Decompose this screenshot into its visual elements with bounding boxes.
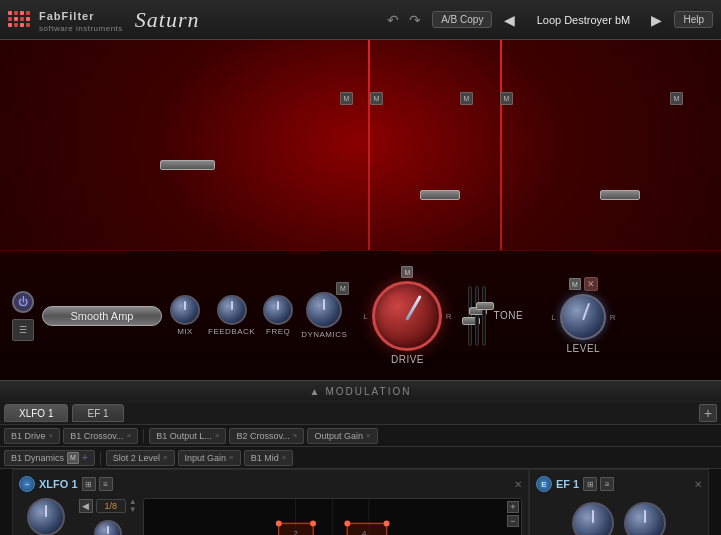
prev-preset-button[interactable]: ◀ bbox=[500, 12, 519, 28]
undo-redo-group: ↶ ↷ bbox=[384, 12, 424, 28]
freq-knob-container: FREQ bbox=[263, 295, 293, 336]
slot-b1-mid[interactable]: B1 Mid × bbox=[244, 450, 294, 466]
help-button[interactable]: Help bbox=[674, 11, 713, 28]
sync-down-button[interactable]: ◀ bbox=[79, 499, 93, 513]
ef-panel-title: EF 1 bbox=[556, 478, 579, 490]
tone-label: TONE bbox=[494, 310, 524, 321]
ef-panel-icon: E bbox=[536, 476, 552, 492]
freq-knob[interactable] bbox=[263, 295, 293, 325]
strip-left: ⏻ ☰ bbox=[12, 291, 34, 341]
drive-area: M L R DRIVE bbox=[363, 266, 451, 365]
logo-grid bbox=[8, 11, 31, 28]
level-area: M ✕ L R LEVEL bbox=[551, 277, 615, 354]
slot-input-gain[interactable]: Input Gain × bbox=[178, 450, 241, 466]
sat-type-button[interactable]: Smooth Amp bbox=[42, 306, 162, 326]
svg-point-11 bbox=[383, 521, 389, 527]
ef-close-button[interactable]: ✕ bbox=[694, 479, 702, 490]
b1-dynamics-plus[interactable]: + bbox=[82, 452, 88, 463]
release-container: RELEASE bbox=[624, 502, 666, 535]
band-m-2[interactable]: M bbox=[460, 92, 473, 105]
slot-slot2-level[interactable]: Slot 2 Level × bbox=[106, 450, 175, 466]
svg-text:2: 2 bbox=[293, 529, 297, 535]
ab-button[interactable]: A/B Copy bbox=[432, 11, 492, 28]
add-mod-button[interactable]: + bbox=[699, 404, 717, 422]
brand-subtitle: software instruments bbox=[39, 24, 123, 33]
sat-type-area: Smooth Amp bbox=[42, 306, 162, 326]
svg-point-7 bbox=[310, 521, 316, 527]
slot-separator-2 bbox=[100, 451, 101, 465]
modulation-bar[interactable]: ▲ MODULATION bbox=[0, 380, 721, 402]
slot-output-gain[interactable]: Output Gain × bbox=[307, 428, 377, 444]
left-side-arrow[interactable]: ◀ bbox=[0, 469, 12, 535]
fader-thumb-3[interactable] bbox=[476, 302, 494, 310]
strip-faders bbox=[468, 281, 486, 351]
b1-dynamics-m[interactable]: M bbox=[67, 452, 79, 464]
xlfo-panel-header: ~ XLFO 1 ⊞ ≡ ✕ bbox=[19, 476, 522, 492]
xlfo-main-knob[interactable] bbox=[27, 498, 65, 535]
slot-b1-dynamics[interactable]: B1 Dynamics M + bbox=[4, 450, 95, 466]
sync-value: 1/8 bbox=[96, 499, 126, 513]
ef-tab[interactable]: EF 1 bbox=[72, 404, 123, 422]
sync-down-arrow[interactable]: ▼ bbox=[129, 506, 137, 514]
level-l-label: L bbox=[551, 313, 555, 322]
fader-handle-3[interactable] bbox=[600, 190, 640, 200]
mix-label: MIX bbox=[177, 327, 193, 336]
band-m-1[interactable]: M bbox=[340, 92, 353, 105]
release-knob[interactable] bbox=[624, 502, 666, 535]
slot-b1-output[interactable]: B1 Output L... × bbox=[149, 428, 226, 444]
slot-separator-1 bbox=[143, 429, 144, 443]
fader-handle-1[interactable] bbox=[160, 160, 215, 170]
top-controls: ↶ ↷ A/B Copy ◀ Loop Destroyer bM ▶ Help bbox=[384, 11, 713, 28]
lfo-plus-btn[interactable]: + bbox=[507, 501, 519, 513]
product-name: Saturn bbox=[135, 7, 200, 33]
attack-knob[interactable] bbox=[572, 502, 614, 535]
feedback-knob-container: FEEDBACK bbox=[208, 295, 255, 336]
bottom-panels: ◀ ~ XLFO 1 ⊞ ≡ ✕ OFFSET BAL ◀ bbox=[0, 468, 721, 535]
feedback-knob[interactable] bbox=[217, 295, 247, 325]
xlfo-sync-col: ◀ 1/8 ▲ ▼ GLIDE bbox=[79, 498, 137, 535]
undo-button[interactable]: ↶ bbox=[384, 12, 402, 28]
svg-text:4: 4 bbox=[362, 529, 367, 535]
slot-b2-crossov[interactable]: B2 Crossov... × bbox=[229, 428, 304, 444]
xlfo-panel-icon: ~ bbox=[19, 476, 35, 492]
drive-r-label: R bbox=[446, 312, 452, 321]
plugin-main: M M M M M M M ⏻ ☰ Smooth Amp MIX FEEDBAC… bbox=[0, 40, 721, 380]
drive-m-badge[interactable]: M bbox=[401, 266, 413, 278]
right-side-arrow[interactable]: ▶ bbox=[709, 469, 721, 535]
tone-section: TONE bbox=[494, 310, 524, 321]
xlfo-tab[interactable]: XLFO 1 bbox=[4, 404, 68, 422]
mix-knob[interactable] bbox=[170, 295, 200, 325]
band-m-4[interactable]: M bbox=[670, 92, 683, 105]
lfo-display[interactable]: 1 2 3 4 + − bbox=[143, 498, 522, 535]
preset-name: Loop Destroyer bM bbox=[523, 14, 643, 26]
band-m-5[interactable]: M bbox=[370, 92, 383, 105]
fader-handle-2[interactable] bbox=[420, 190, 460, 200]
lfo-svg: 1 2 3 4 bbox=[144, 499, 521, 535]
xlfo-glide-knob[interactable] bbox=[94, 520, 122, 535]
next-preset-button[interactable]: ▶ bbox=[647, 12, 666, 28]
redo-button[interactable]: ↷ bbox=[406, 12, 424, 28]
ef-panel-mini-btns: ⊞ ≡ bbox=[583, 477, 614, 491]
band-m-3[interactable]: M bbox=[500, 92, 513, 105]
feedback-label: FEEDBACK bbox=[208, 327, 255, 336]
drive-knob[interactable] bbox=[372, 281, 442, 351]
power-button[interactable]: ⏻ bbox=[12, 291, 34, 313]
dynamics-m-button[interactable]: M bbox=[336, 282, 349, 295]
level-x-button[interactable]: ✕ bbox=[584, 277, 598, 291]
strip-icon-button[interactable]: ☰ bbox=[12, 319, 34, 341]
ef-panel: E EF 1 ⊞ ≡ ✕ ATTACK RELEASE bbox=[529, 469, 709, 535]
ef-mini-btn-2[interactable]: ≡ bbox=[600, 477, 614, 491]
slot-b1-drive[interactable]: B1 Drive × bbox=[4, 428, 60, 444]
ef-knob-row: ATTACK RELEASE bbox=[536, 502, 702, 535]
brand-name: FabFilter bbox=[39, 10, 94, 22]
slot-b1-crossov[interactable]: B1 Crossov... × bbox=[63, 428, 138, 444]
level-m-badge[interactable]: M bbox=[569, 278, 581, 290]
level-knob[interactable] bbox=[560, 294, 606, 340]
xlfo-close-button[interactable]: ✕ bbox=[514, 479, 522, 490]
xlfo-mini-btn-2[interactable]: ≡ bbox=[99, 477, 113, 491]
sync-display: ◀ 1/8 ▲ ▼ bbox=[79, 498, 137, 514]
lfo-minus-btn[interactable]: − bbox=[507, 515, 519, 527]
xlfo-mini-btn-1[interactable]: ⊞ bbox=[82, 477, 96, 491]
ef-mini-btn-1[interactable]: ⊞ bbox=[583, 477, 597, 491]
dynamics-knob[interactable] bbox=[306, 292, 342, 328]
